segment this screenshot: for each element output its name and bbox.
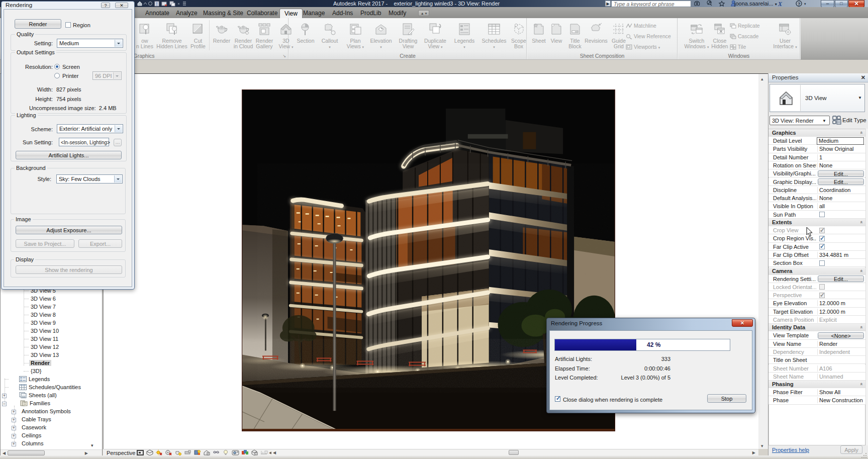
svg-text:X: X <box>778 1 783 8</box>
svg-text:▾: ▾ <box>804 2 806 6</box>
svg-text:?: ? <box>798 2 801 7</box>
